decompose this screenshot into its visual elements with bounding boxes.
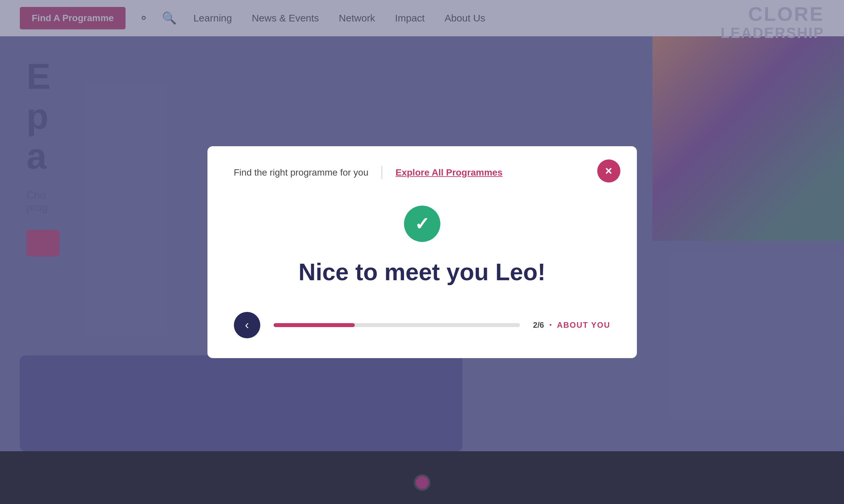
progress-separator: • [549, 321, 552, 329]
header-divider [381, 166, 382, 179]
modal-body: ✓ Nice to meet you Leo! [234, 179, 610, 305]
progress-bar-container [274, 323, 520, 327]
modal-close-button[interactable]: × [597, 159, 620, 182]
modal-header: Find the right programme for you Explore… [234, 166, 610, 179]
modal-overlay: Find the right programme for you Explore… [0, 0, 844, 504]
modal-footer: ‹ 2/6 • ABOUT YOU [234, 305, 610, 338]
success-icon-circle: ✓ [404, 205, 440, 242]
back-button[interactable]: ‹ [234, 312, 260, 338]
progress-label: 2/6 • ABOUT YOU [533, 321, 610, 330]
checkmark-icon: ✓ [415, 215, 429, 233]
progress-bar-fill [274, 323, 355, 327]
progress-step: 2/6 [533, 321, 544, 330]
modal-header-text: Find the right programme for you [234, 167, 369, 178]
explore-all-programmes-link[interactable]: Explore All Programmes [395, 167, 502, 178]
modal-greeting: Nice to meet you Leo! [298, 258, 545, 286]
progress-section: ABOUT YOU [557, 321, 610, 330]
modal-dialog: Find the right programme for you Explore… [207, 146, 637, 358]
